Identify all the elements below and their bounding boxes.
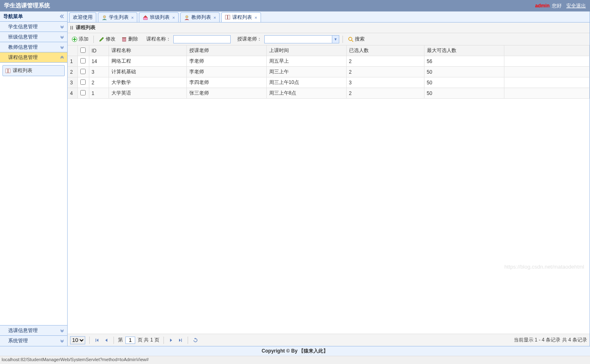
cell-selected: 3 <box>346 77 424 88</box>
sidebar-item-class[interactable]: 班级信息管理 <box>0 32 67 42</box>
col-time[interactable]: 上课时间 <box>266 45 346 56</box>
row-checkbox[interactable] <box>80 90 86 95</box>
chevron-down-icon <box>60 329 64 332</box>
tabs: 欢迎使用 学生列表 × 班级列表 × 教师列表 × <box>68 11 590 23</box>
menu-icon: ⁞⁞ <box>70 25 74 31</box>
chevron-down-icon[interactable]: ▼ <box>332 35 339 43</box>
row-number: 3 <box>68 77 77 88</box>
pager-info: 当前显示 1 - 4 条记录 共 4 条记录 <box>514 337 587 344</box>
tree-node-course-list[interactable]: 课程列表 <box>2 65 65 76</box>
separator <box>188 337 188 344</box>
svg-point-13 <box>349 37 352 41</box>
tab-teachers[interactable]: 教师列表 × <box>180 12 220 22</box>
page-suffix: 页 共 1 页 <box>138 337 159 344</box>
sidebar-item-selection[interactable]: 选课信息管理 <box>0 326 67 336</box>
table-row[interactable]: 23计算机基础李老师周三上午250 <box>68 67 590 77</box>
course-name-input[interactable] <box>173 35 231 43</box>
cell-teacher: 李老师 <box>186 67 266 77</box>
app-title: 学生选课管理系统 <box>4 2 50 9</box>
panel-title: 课程列表 <box>76 24 95 31</box>
sidebar-item-course[interactable]: 课程信息管理 <box>0 52 67 63</box>
collapse-left-icon[interactable] <box>60 14 64 18</box>
footer: Copyright © By 【猿来入此】 <box>0 346 590 356</box>
close-icon[interactable]: × <box>254 15 257 20</box>
close-icon[interactable]: × <box>213 15 216 20</box>
page-size-select[interactable]: 10 <box>70 336 85 344</box>
row-checkbox[interactable] <box>80 69 86 74</box>
tab-welcome[interactable]: 欢迎使用 <box>69 12 96 22</box>
tab-label: 学生列表 <box>109 14 129 21</box>
logout-link[interactable]: 安全退出 <box>566 3 586 9</box>
row-number: 2 <box>68 67 77 77</box>
cell-time: 周三上午 <box>266 67 346 77</box>
last-page-button[interactable] <box>177 337 184 344</box>
cell-time: 周三上午8点 <box>266 88 346 99</box>
pager: 10 第 页 共 1 页 当前显示 1 - 4 条记录 共 4 条记录 <box>68 334 590 346</box>
separator <box>93 36 94 43</box>
col-max[interactable]: 最大可选人数 <box>424 45 504 56</box>
select-all-checkbox[interactable] <box>80 47 86 53</box>
delete-button[interactable]: 删除 <box>120 35 140 43</box>
row-number: 4 <box>68 88 77 99</box>
tab-label: 班级列表 <box>150 14 170 21</box>
col-teacher[interactable]: 授课老师 <box>186 45 266 56</box>
svg-rect-11 <box>123 38 126 41</box>
row-checkbox-cell <box>77 88 89 99</box>
sidebar-item-student[interactable]: 学生信息管理 <box>0 22 67 32</box>
close-icon[interactable]: × <box>131 15 134 20</box>
cell-teacher: 李老师 <box>186 56 266 67</box>
col-name[interactable]: 课程名称 <box>109 45 186 56</box>
greeting: 您好 <box>552 3 562 9</box>
button-label: 删除 <box>128 36 138 43</box>
col-selected[interactable]: 已选人数 <box>346 45 424 56</box>
tab-classes[interactable]: 班级列表 × <box>139 12 178 22</box>
table-row[interactable]: 41大学英语张三老师周三上午8点250 <box>68 88 590 99</box>
table-row[interactable]: 114网络工程李老师周五早上256 <box>68 56 590 67</box>
table-row[interactable]: 32大学数学李四老师周三上午10点350 <box>68 77 590 88</box>
sidebar-item-system[interactable]: 系统管理 <box>0 336 67 346</box>
accordion: 学生信息管理 班级信息管理 教师信息管理 课程信息管理 <box>0 22 67 346</box>
tab-students[interactable]: 学生列表 × <box>98 12 137 22</box>
button-label: 添加 <box>79 36 88 43</box>
chevron-down-icon <box>60 35 64 39</box>
cell-max: 50 <box>424 77 504 88</box>
teacher-combo-input[interactable] <box>264 35 332 43</box>
row-checkbox[interactable] <box>80 58 86 63</box>
cell-time: 周三上午10点 <box>266 77 346 88</box>
row-checkbox-cell <box>77 77 89 88</box>
tab-courses[interactable]: 课程列表 × <box>221 12 261 22</box>
search-button[interactable]: 搜索 <box>346 35 366 43</box>
teacher-combo[interactable]: ▼ <box>264 35 339 43</box>
next-page-button[interactable] <box>168 337 175 344</box>
refresh-button[interactable] <box>192 337 199 344</box>
first-page-button[interactable] <box>94 337 100 344</box>
cell-id: 2 <box>89 77 109 88</box>
chevron-down-icon <box>60 45 64 49</box>
edit-button[interactable]: 修改 <box>97 35 117 43</box>
page-input[interactable] <box>125 337 135 344</box>
sidebar-item-teacher[interactable]: 教师信息管理 <box>0 42 67 52</box>
prev-page-button[interactable] <box>103 337 109 344</box>
close-icon[interactable]: × <box>172 15 175 20</box>
row-checkbox-cell <box>77 67 89 77</box>
home-icon <box>143 15 148 20</box>
col-id[interactable]: ID <box>89 45 109 56</box>
cell-max: 56 <box>424 56 504 67</box>
trash-icon <box>121 36 127 42</box>
cell-selected: 2 <box>346 88 424 99</box>
svg-rect-0 <box>6 69 8 73</box>
sidebar-item-label: 课程信息管理 <box>8 54 38 61</box>
row-checkbox[interactable] <box>80 79 86 85</box>
add-button[interactable]: 添加 <box>70 35 90 43</box>
cell-spacer <box>504 67 590 77</box>
header-row: ID 课程名称 授课老师 上课时间 已选人数 最大可选人数 <box>68 45 590 56</box>
nav-title-label: 导航菜单 <box>3 13 23 20</box>
cell-spacer <box>504 56 590 67</box>
cell-id: 3 <box>89 67 109 77</box>
svg-rect-1 <box>8 69 10 73</box>
cell-selected: 2 <box>346 56 424 67</box>
cell-max: 50 <box>424 88 504 99</box>
sidebar-item-label: 系统管理 <box>8 337 28 344</box>
pencil-icon <box>99 36 104 42</box>
svg-line-14 <box>352 40 353 42</box>
